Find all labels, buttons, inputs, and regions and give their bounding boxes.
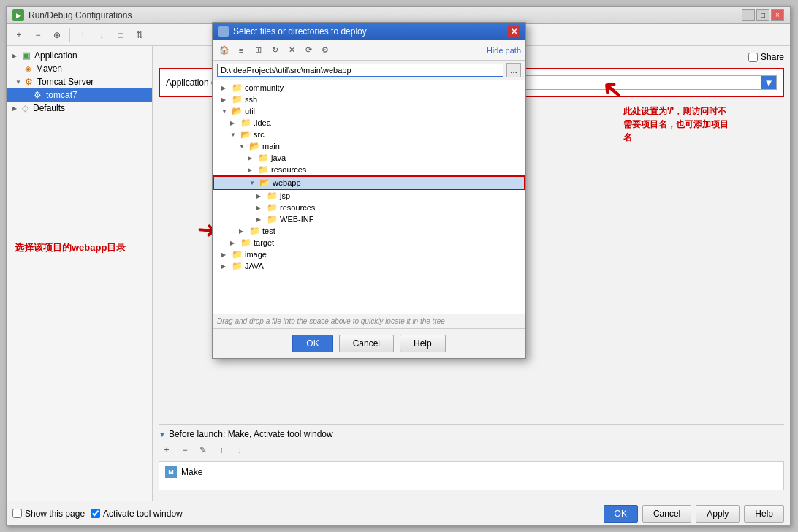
- arrow-icon: ▶: [256, 205, 265, 211]
- bl-up-button[interactable]: ↑: [213, 442, 229, 458]
- arrow-icon: ▶: [221, 85, 230, 91]
- folder-icon: 📁: [232, 83, 243, 93]
- item-label: test: [262, 227, 276, 235]
- file-tree-item-ssh[interactable]: ▶ 📁 ssh: [213, 94, 525, 105]
- folder-icon: 📁: [267, 214, 278, 224]
- file-tree-item-idea[interactable]: ▶ 📁 .idea: [213, 117, 525, 129]
- help-button[interactable]: Help: [744, 505, 784, 522]
- folder-icon: 📁: [240, 118, 252, 128]
- fd-settings-button[interactable]: ⚙: [318, 43, 332, 58]
- hide-path-button[interactable]: Hide path: [487, 46, 521, 55]
- apply-button[interactable]: Apply: [696, 505, 740, 522]
- file-select-dialog: Select files or directories to deploy ✕ …: [212, 22, 526, 359]
- before-launch-label: Before launch: Make, Activate tool windo…: [169, 429, 333, 439]
- activate-tool-window-row: Activate tool window: [91, 509, 183, 519]
- arrow-icon: ▼: [230, 132, 239, 138]
- file-tree-item-webapp-resources[interactable]: ▶ 📁 resources: [213, 202, 525, 213]
- arrow-icon: ▶: [248, 155, 256, 162]
- toolbar-sep-1: [69, 28, 70, 42]
- file-tree-item-image[interactable]: ▶ 📁 image: [213, 248, 525, 260]
- close-button[interactable]: ×: [771, 10, 784, 21]
- ok-button[interactable]: OK: [604, 505, 638, 522]
- show-page-checkbox[interactable]: [12, 509, 22, 518]
- activate-tool-window-label: Activate tool window: [103, 509, 183, 519]
- item-label: ssh: [245, 95, 257, 104]
- bl-remove-button[interactable]: −: [177, 442, 193, 458]
- share-checkbox[interactable]: [748, 53, 758, 62]
- annotation-right-text: 此处设置为'/'，则访问时不 需要项目名，也可添加项目 名: [623, 104, 784, 144]
- path-browse-button[interactable]: …: [506, 63, 521, 77]
- item-label: JAVA: [245, 262, 264, 270]
- arrow-icon: ▶: [248, 167, 256, 173]
- window-controls: − □ ×: [742, 10, 784, 21]
- show-page-label: Show this page: [25, 509, 85, 519]
- bl-edit-button[interactable]: ✎: [195, 442, 211, 458]
- add-config-button[interactable]: +: [11, 27, 27, 43]
- arrow-icon: ▶: [239, 228, 248, 235]
- move-down-button[interactable]: ↓: [94, 27, 110, 43]
- folder-icon: 📁: [249, 226, 261, 236]
- fd-delete-button[interactable]: ✕: [284, 43, 299, 58]
- sidebar-item-defaults[interactable]: ▶ ◇ Defaults: [7, 102, 152, 115]
- file-dialog-title-left: Select files or directories to deploy: [218, 26, 367, 37]
- file-dialog-ok-button[interactable]: OK: [292, 335, 332, 352]
- main-title: Run/Debug Configurations: [28, 10, 132, 20]
- sidebar-item-maven[interactable]: ◈ Maven: [7, 62, 152, 75]
- file-tree-item-test[interactable]: ▶ 📁 test: [213, 225, 525, 237]
- file-tree-item-src[interactable]: ▼ 📂 src: [213, 129, 525, 140]
- bl-add-button[interactable]: +: [159, 442, 175, 458]
- copy-button-2[interactable]: □: [113, 27, 129, 43]
- arrow-icon: ▶: [256, 193, 265, 200]
- cancel-button[interactable]: Cancel: [642, 505, 691, 522]
- sidebar-item-tomcat[interactable]: ▼ ⚙ Tomcat Server: [7, 75, 152, 88]
- move-up-button[interactable]: ↑: [75, 27, 91, 43]
- file-tree-item-main[interactable]: ▼ 📂 main: [213, 140, 525, 152]
- app-context-dropdown-button[interactable]: ▼: [761, 76, 776, 89]
- show-page-row: Show this page: [12, 509, 85, 519]
- application-icon: ▣: [22, 50, 30, 61]
- file-tree-item-util[interactable]: ▼ 📂 util: [213, 105, 525, 117]
- copy-config-button[interactable]: ⊕: [49, 27, 65, 43]
- sidebar-label-application: Application: [34, 50, 77, 61]
- sort-button[interactable]: ⇅: [132, 27, 148, 43]
- make-list-item[interactable]: M Make: [162, 465, 780, 479]
- fd-home-button[interactable]: 🏠: [217, 43, 232, 58]
- file-tree-item-resources[interactable]: ▶ 📁 resources: [213, 164, 525, 175]
- file-dialog-help-button[interactable]: Help: [400, 335, 446, 352]
- file-dialog-close-button[interactable]: ✕: [508, 26, 520, 37]
- bl-down-button[interactable]: ↓: [232, 442, 248, 458]
- file-tree-item-JAVA[interactable]: ▶ 📁 JAVA: [213, 260, 525, 272]
- path-input[interactable]: [217, 64, 503, 77]
- sidebar-item-tomcat7[interactable]: ⚙ tomcat7: [7, 88, 152, 102]
- sidebar-label-defaults: Defaults: [33, 103, 65, 113]
- remove-config-button[interactable]: −: [30, 27, 46, 43]
- fd-refresh-button[interactable]: ↻: [267, 43, 282, 58]
- bottom-buttons: OK Cancel Apply Help: [604, 505, 784, 522]
- file-tree-item-target[interactable]: ▶ 📁 target: [213, 237, 525, 248]
- config-sidebar: ▶ ▣ Application ◈ Maven ▼ ⚙ Tomcat Serve…: [7, 46, 153, 501]
- make-icon: M: [165, 466, 177, 478]
- folder-open-icon: 📂: [249, 141, 261, 151]
- item-label: src: [254, 130, 265, 139]
- folder-icon: 📁: [258, 164, 270, 175]
- arrow-icon: ▼: [239, 143, 248, 150]
- minimize-button[interactable]: −: [742, 10, 755, 21]
- file-tree-item-jsp[interactable]: ▶ 📁 jsp: [213, 190, 525, 202]
- maximize-button[interactable]: □: [756, 10, 770, 21]
- activate-tool-window-checkbox[interactable]: [91, 509, 100, 518]
- folder-open-icon: 📂: [259, 178, 271, 188]
- item-label: main: [262, 142, 280, 151]
- file-tree-item-webapp[interactable]: ▼ 📂 webapp: [213, 175, 525, 190]
- file-dialog-cancel-button[interactable]: Cancel: [339, 335, 394, 352]
- fd-detail-button[interactable]: ⊞: [251, 43, 265, 58]
- arrow-icon: ▶: [256, 216, 265, 223]
- file-tree-item-java[interactable]: ▶ 📁 java: [213, 152, 525, 164]
- fd-sync-button[interactable]: ⟳: [301, 43, 316, 58]
- folder-icon: 📁: [267, 202, 278, 213]
- file-dialog-app-icon: [218, 26, 229, 37]
- fd-list-button[interactable]: ≡: [234, 43, 248, 58]
- sidebar-item-application[interactable]: ▶ ▣ Application: [7, 49, 152, 62]
- file-tree-item-webinf[interactable]: ▶ 📁 WEB-INF: [213, 213, 525, 225]
- file-tree-item-community[interactable]: ▶ 📁 community: [213, 82, 525, 94]
- file-dialog-title: Select files or directories to deploy: [233, 26, 367, 37]
